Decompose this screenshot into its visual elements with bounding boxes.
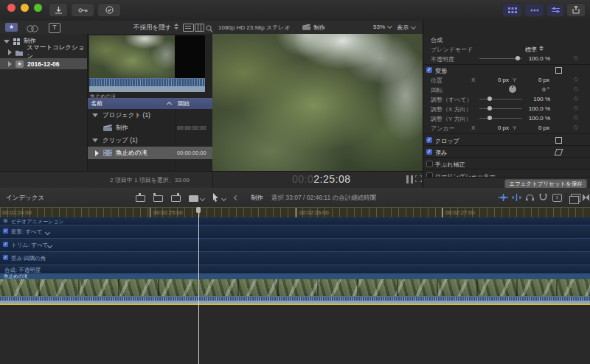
playhead-handle[interactable] <box>196 207 201 213</box>
keyword-editor-button[interactable] <box>71 3 94 17</box>
clip-audio-waveform[interactable] <box>89 78 205 92</box>
zoom-window-button[interactable] <box>34 4 42 12</box>
previous-item-icon[interactable] <box>234 195 239 200</box>
minimize-window-button[interactable] <box>21 4 29 12</box>
scale-x-value[interactable]: 100.0 % <box>529 105 550 112</box>
disclosure-open-icon[interactable] <box>4 40 10 43</box>
scale-x-slider[interactable] <box>479 108 522 109</box>
rotation-keyframe-button[interactable]: ◇ <box>574 85 578 92</box>
animation-row-trim[interactable]: ✓ トリム: すべて <box>0 238 590 253</box>
transitions-browser-icon[interactable] <box>583 194 589 201</box>
audio-meters-icon[interactable]: ≡ <box>552 194 562 202</box>
timeline-layout-button[interactable] <box>524 3 544 17</box>
inspector-layout-button[interactable] <box>546 3 564 17</box>
scale-y-keyframe-button[interactable]: ◇ <box>574 114 578 121</box>
scale-x-keyframe-button[interactable]: ◇ <box>574 105 578 111</box>
background-tasks-button[interactable] <box>97 3 121 17</box>
close-animation-icon[interactable]: ⊗ <box>3 217 8 224</box>
anchor-y-value[interactable]: 0 px <box>520 125 549 131</box>
scale-all-slider[interactable] <box>479 99 522 99</box>
skimming-icon[interactable] <box>499 194 508 201</box>
column-name[interactable]: 名前 <box>91 99 103 108</box>
select-tool-button[interactable] <box>212 193 219 202</box>
anchor-x-value[interactable]: 0 px <box>479 125 509 131</box>
tool-menu-chevron-icon[interactable] <box>221 196 226 201</box>
rotation-value[interactable]: 0 ° <box>520 86 549 93</box>
anchor-keyframe-button[interactable]: ◇ <box>574 124 578 130</box>
popup-stepper-icon[interactable] <box>539 46 544 51</box>
disclosure-open-icon[interactable] <box>92 113 98 117</box>
titles-generators-sidebar-button[interactable]: T <box>49 23 60 33</box>
scale-all-value[interactable]: 100 % <box>533 96 550 102</box>
import-media-button[interactable] <box>49 3 68 17</box>
viewer-view-menu[interactable]: 表示 <box>397 24 415 32</box>
position-keyframe-button[interactable]: ◇ <box>574 76 578 83</box>
connect-clip-button[interactable] <box>135 193 145 201</box>
filmstrip-view-button[interactable] <box>195 24 204 32</box>
insert-clip-button[interactable] <box>153 193 163 201</box>
clip-thumbnail[interactable] <box>89 35 175 78</box>
timeline-clip-filmstrip[interactable] <box>0 279 590 296</box>
list-item-project[interactable]: 制作 00:00:00:00 <box>88 122 212 134</box>
stabilization-checkbox[interactable] <box>426 161 433 167</box>
chevron-down-icon[interactable] <box>45 230 50 235</box>
animation-row-distort[interactable]: ✓ 歪み:四隅の角 <box>0 251 590 266</box>
viewer-timecode[interactable]: 00:02:25:08 <box>292 173 350 185</box>
transform-onscreen-icon[interactable] <box>555 67 562 74</box>
opacity-value[interactable]: 100.0 % <box>529 55 550 62</box>
crop-onscreen-icon[interactable] <box>555 137 562 144</box>
list-group-clips[interactable]: クリップ (1) <box>88 134 212 147</box>
distort-enable-checkbox[interactable]: ✓ <box>3 255 8 260</box>
opacity-slider[interactable] <box>479 58 522 59</box>
crop-checkbox[interactable]: ✓ <box>426 137 432 143</box>
disclosure-open-icon[interactable] <box>92 139 98 142</box>
append-clip-button[interactable] <box>170 193 181 201</box>
disclosure-closed-icon[interactable] <box>95 150 99 156</box>
disclosure-closed-icon[interactable] <box>8 49 12 55</box>
distort-onscreen-icon[interactable] <box>555 149 563 155</box>
sidebar-item-smart-collection[interactable]: スマートコレクション <box>0 47 87 57</box>
position-x-value[interactable]: 0 px <box>479 77 509 83</box>
expand-viewer-icon[interactable] <box>415 175 422 182</box>
snapping-icon[interactable] <box>539 194 547 201</box>
distort-checkbox[interactable]: ✓ <box>426 149 432 155</box>
opacity-keyframe-button[interactable]: ◇ <box>574 55 578 61</box>
solo-icon[interactable] <box>526 194 534 201</box>
animation-row-transform[interactable]: ✓ 変形: すべて <box>0 225 590 239</box>
overwrite-clip-button[interactable] <box>188 193 198 201</box>
effects-browser-icon[interactable] <box>571 194 580 202</box>
audio-meter-left[interactable] <box>406 175 409 183</box>
audio-skimming-icon[interactable] <box>512 194 521 201</box>
clip-appearance-button[interactable] <box>183 24 194 32</box>
edit-menu-chevron-icon[interactable] <box>200 196 205 201</box>
viewer-zoom-menu[interactable]: 53% <box>373 24 392 30</box>
position-y-value[interactable]: 0 px <box>520 77 549 83</box>
audio-meter-right[interactable] <box>411 175 413 183</box>
list-group-projects[interactable]: プロジェクト (1) <box>88 109 212 122</box>
trim-enable-checkbox[interactable]: ✓ <box>3 242 8 247</box>
scale-y-value[interactable]: 100.0 % <box>529 115 550 122</box>
column-start[interactable]: 開始 <box>178 99 190 108</box>
list-item-clip-selected[interactable]: 魚止めの滝 00:00:00:00 <box>88 147 212 159</box>
transform-checkbox[interactable]: ✓ <box>426 67 432 73</box>
sidebar-item-event[interactable]: ★ 2016-12-06 <box>0 58 87 69</box>
disclosure-closed-icon[interactable] <box>8 61 12 67</box>
libraries-sidebar-button[interactable]: ★ <box>5 23 18 32</box>
browser-layout-button[interactable] <box>502 3 522 17</box>
rotation-dial[interactable] <box>509 85 516 93</box>
transform-enable-checkbox[interactable]: ✓ <box>3 228 8 234</box>
clip-filter-popup[interactable]: 不採用を隠す <box>133 24 171 32</box>
blend-mode-popup[interactable]: 標準 <box>525 46 537 54</box>
list-header[interactable]: 名前 開始 <box>88 98 212 109</box>
scale-all-keyframe-button[interactable]: ◇ <box>574 95 578 102</box>
timeline-project-name[interactable]: 制作 <box>251 194 263 203</box>
share-icon <box>572 6 580 14</box>
scale-y-slider[interactable] <box>479 118 522 119</box>
viewer-canvas[interactable] <box>212 34 423 171</box>
share-button[interactable] <box>566 3 586 17</box>
index-button[interactable]: インデックス <box>6 194 44 203</box>
close-window-button[interactable] <box>7 4 15 12</box>
clip-thumbnail-end[interactable] <box>175 35 205 78</box>
playhead[interactable] <box>198 207 199 364</box>
timeline[interactable]: 00:02:24:00 00:02:25:00 00:02:26:00 00:0… <box>0 207 590 364</box>
